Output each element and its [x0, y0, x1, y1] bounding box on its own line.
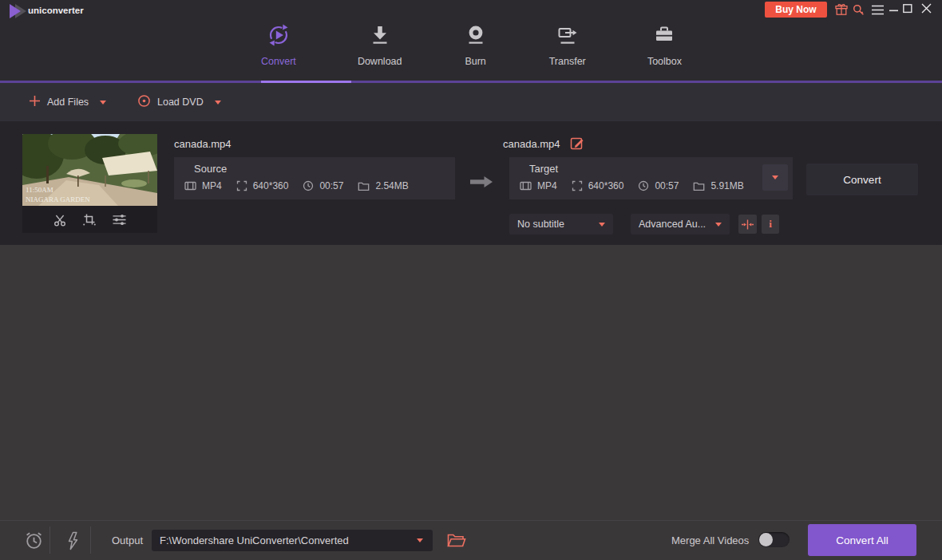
folder-icon: [358, 180, 370, 191]
merge-all-videos-label: Merge All Videos: [671, 534, 749, 546]
thumbnail-time-overlay: 11:50AM: [26, 186, 53, 194]
output-path-dropdown[interactable]: F:\Wondershare UniConverter\Converted: [152, 530, 433, 551]
close-icon[interactable]: [921, 3, 932, 14]
film-icon: [520, 180, 532, 191]
target-format-caret-button[interactable]: [762, 164, 788, 191]
open-folder-icon[interactable]: [447, 533, 466, 549]
audio-value: Advanced Au...: [639, 219, 706, 230]
resolution-icon: [572, 180, 583, 191]
file-list: 11:50AM NIAGARA GARDEN: [0, 121, 942, 245]
search-icon[interactable]: [853, 4, 865, 16]
convert-icon: [267, 23, 291, 50]
load-dvd-caret-icon: [215, 101, 221, 105]
minimize-icon[interactable]: [889, 10, 899, 12]
footer-divider: [49, 526, 50, 554]
convert-all-button[interactable]: Convert All: [808, 524, 916, 556]
source-file-name: canada.mp4: [174, 138, 232, 150]
source-to-target-arrow-icon: [469, 175, 493, 191]
film-icon: [184, 180, 196, 191]
tab-download[interactable]: Download: [358, 23, 402, 67]
subtitle-caret-icon: [599, 223, 605, 227]
output-label: Output: [112, 534, 143, 546]
convert-button[interactable]: Convert: [806, 164, 918, 195]
schedule-alarm-icon[interactable]: [23, 530, 45, 551]
folder-icon: [693, 180, 705, 191]
load-dvd-label: Load DVD: [157, 97, 204, 108]
trim-scissors-icon[interactable]: [53, 213, 67, 227]
plus-icon: [29, 95, 41, 109]
clock-icon: [638, 180, 649, 191]
source-duration: 00:57: [303, 180, 343, 191]
output-path-value: F:\Wondershare UniConverter\Converted: [160, 534, 349, 546]
title-bar: uniconverter Buy Now: [0, 0, 942, 81]
transfer-icon: [556, 23, 580, 50]
thumbnail-image: 11:50AM NIAGARA GARDEN: [22, 134, 157, 206]
uniconverter-window: uniconverter Buy Now: [0, 0, 942, 560]
effects-sliders-icon[interactable]: [112, 213, 127, 227]
toggle-knob: [759, 533, 773, 546]
target-format: MP4: [520, 180, 557, 191]
download-icon: [368, 23, 392, 50]
tab-toolbox-label: Toolbox: [647, 56, 682, 67]
target-panel-title: Target: [529, 163, 558, 175]
audio-dropdown[interactable]: Advanced Au...: [631, 214, 730, 235]
tab-convert-label: Convert: [261, 56, 296, 67]
target-size: 5.91MB: [693, 180, 743, 191]
footer-divider: [90, 526, 91, 554]
app-title: uniconverter: [28, 6, 84, 15]
source-format: MP4: [184, 180, 222, 191]
target-resolution: 640*360: [572, 180, 624, 191]
main-nav: Convert Download Burn: [261, 23, 682, 67]
thumbnail-caption-overlay: NIAGARA GARDEN: [26, 195, 90, 203]
gift-icon[interactable]: [835, 3, 848, 16]
subtitle-value: No subtitle: [517, 219, 564, 230]
add-files-label: Add Files: [47, 97, 89, 108]
subtitle-dropdown[interactable]: No subtitle: [509, 214, 613, 235]
clock-icon: [303, 180, 314, 191]
maximize-icon[interactable]: [903, 4, 912, 14]
source-size: 2.54MB: [358, 180, 408, 191]
thumbnail-toolbar: [22, 206, 157, 233]
rename-edit-icon[interactable]: [569, 135, 585, 151]
trim-merge-button[interactable]: [738, 215, 757, 234]
merge-toggle[interactable]: [758, 532, 790, 547]
tab-convert[interactable]: Convert: [261, 23, 296, 67]
menu-icon[interactable]: [871, 4, 885, 16]
audio-caret-icon: [715, 223, 722, 227]
source-panel-title: Source: [194, 163, 227, 175]
target-panel: Target MP4 640*360 00:57 5.91MB: [509, 157, 793, 199]
tab-download-label: Download: [358, 56, 402, 67]
buy-now-button[interactable]: Buy Now: [765, 2, 827, 18]
tab-burn[interactable]: Burn: [464, 23, 488, 67]
add-files-caret-icon: [100, 101, 106, 105]
toolbar: Add Files Load DVD Converting Converted …: [0, 83, 942, 121]
source-panel: Source MP4 640*360 00:57 2.54MB: [174, 157, 455, 199]
crop-icon[interactable]: [82, 212, 97, 227]
target-duration: 00:57: [638, 180, 679, 191]
toolbox-icon: [652, 23, 676, 50]
burn-icon: [464, 23, 488, 50]
info-button[interactable]: i: [762, 215, 779, 234]
target-file-name: canada.mp4: [503, 138, 560, 150]
tab-transfer-label: Transfer: [549, 56, 586, 67]
footer-bar: Output F:\Wondershare UniConverter\Conve…: [0, 520, 942, 560]
tab-transfer[interactable]: Transfer: [549, 23, 586, 67]
dvd-disc-icon: [137, 94, 151, 110]
output-path-caret-icon: [417, 538, 423, 542]
tab-toolbox[interactable]: Toolbox: [647, 23, 682, 67]
trim-icon: [742, 219, 754, 230]
resolution-icon: [236, 180, 247, 191]
source-resolution: 640*360: [236, 180, 289, 191]
load-dvd-button[interactable]: Load DVD: [137, 83, 221, 121]
tab-burn-label: Burn: [465, 56, 485, 67]
add-files-button[interactable]: Add Files: [29, 83, 106, 121]
info-icon: i: [769, 218, 772, 231]
video-thumbnail[interactable]: 11:50AM NIAGARA GARDEN: [22, 134, 157, 233]
caret-down-icon: [772, 175, 778, 179]
high-speed-icon[interactable]: [64, 531, 81, 550]
